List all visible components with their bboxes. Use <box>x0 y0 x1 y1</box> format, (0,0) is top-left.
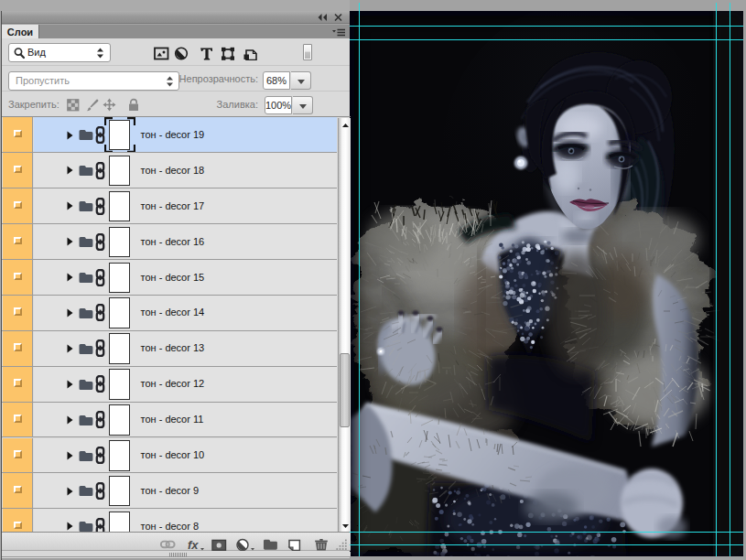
svg-text:fx: fx <box>188 538 199 551</box>
